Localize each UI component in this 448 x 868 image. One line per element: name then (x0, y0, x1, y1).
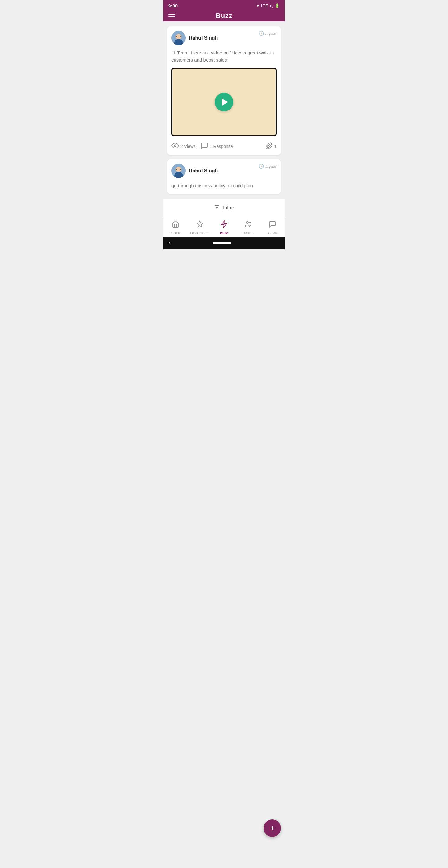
time-label-2: a year (265, 164, 277, 169)
play-button[interactable] (215, 93, 233, 112)
avatar-1 (171, 31, 186, 45)
responses-stat: 1 Response (201, 142, 233, 151)
svg-marker-5 (221, 221, 227, 227)
filter-bar[interactable]: Filter (163, 199, 285, 217)
nav-item-buzz[interactable]: Buzz (212, 217, 236, 237)
svg-marker-4 (197, 221, 203, 227)
nav-item-leaderboard[interactable]: Leaderboard (188, 217, 212, 237)
video-player[interactable] (171, 68, 277, 136)
nav-item-teams[interactable]: Teams (236, 217, 260, 237)
avatar-body (174, 39, 183, 45)
home-indicator (213, 242, 231, 244)
clock-icon-2: 🕐 (259, 164, 264, 169)
avatar-glasses-2 (177, 169, 181, 170)
svg-point-7 (250, 222, 251, 223)
hamburger-menu[interactable] (168, 14, 175, 17)
attachment-count: 1 (274, 144, 277, 149)
leaderboard-icon (196, 220, 203, 230)
responses-count: 1 Response (210, 144, 233, 149)
avatar-body-2 (174, 172, 183, 178)
post-header-1: Rahul Singh 🕐 a year (171, 31, 277, 45)
nav-label-buzz: Buzz (220, 231, 228, 235)
svg-point-6 (247, 222, 248, 223)
status-icons: ▼ LTE 🄁 🔋 (256, 3, 280, 8)
nav-label-teams: Teams (243, 231, 253, 235)
chats-icon (269, 220, 276, 230)
paperclip-icon (265, 142, 273, 151)
post-card-1: Rahul Singh 🕐 a year Hi Team, Here is a … (167, 27, 281, 155)
signal-icon: 🄁 (269, 3, 274, 8)
lte-label: LTE (261, 3, 268, 8)
eye-icon (171, 142, 179, 151)
filter-label: Filter (223, 205, 234, 211)
bottom-nav: Home Leaderboard Buzz Teams (163, 217, 285, 237)
home-icon (172, 220, 179, 230)
attachment-stat: 1 (265, 142, 277, 151)
post-card-2: Rahul Singh 🕐 a year go through this new… (167, 159, 281, 194)
svg-point-0 (174, 145, 176, 147)
avatar-2 (171, 164, 186, 178)
buzz-icon (220, 220, 228, 230)
home-bar: ‹ (163, 237, 285, 249)
author-name-2: Rahul Singh (189, 168, 218, 174)
status-bar: 9:00 ▼ LTE 🄁 🔋 (163, 0, 285, 11)
time-label-1: a year (265, 31, 277, 36)
nav-label-chats: Chats (268, 231, 277, 235)
views-stat: 2 Views (171, 142, 196, 151)
status-time: 9:00 (168, 3, 178, 8)
post-author-2: Rahul Singh (171, 164, 218, 178)
post-footer-1: 2 Views 1 Response 1 (171, 141, 277, 151)
teams-icon (245, 220, 252, 230)
nav-item-chats[interactable]: Chats (260, 217, 285, 237)
comment-icon (201, 142, 208, 151)
nav-label-leaderboard: Leaderboard (190, 231, 210, 235)
post-text-1: Hi Team, Here is a video on "How to gree… (171, 50, 277, 63)
post-text-2: go through this new policy on child plan (171, 182, 277, 189)
post-time-1: 🕐 a year (259, 31, 277, 36)
nav-item-home[interactable]: Home (163, 217, 188, 237)
post-time-2: 🕐 a year (259, 164, 277, 169)
play-triangle-icon (222, 98, 228, 106)
filter-icon (214, 204, 220, 212)
nav-label-home: Home (171, 231, 180, 235)
clock-icon-1: 🕐 (259, 31, 264, 36)
avatar-glasses (177, 36, 181, 37)
post-author-1: Rahul Singh (171, 31, 218, 45)
main-content: Rahul Singh 🕐 a year Hi Team, Here is a … (163, 22, 285, 199)
views-count: 2 Views (181, 144, 196, 149)
wifi-icon: ▼ (256, 3, 260, 8)
avatar-figure-1 (174, 33, 183, 45)
page-title: Buzz (216, 12, 232, 20)
back-arrow-icon[interactable]: ‹ (168, 240, 170, 246)
top-nav: Buzz (163, 11, 285, 22)
post-header-2: Rahul Singh 🕐 a year (171, 164, 277, 178)
author-name-1: Rahul Singh (189, 35, 218, 41)
battery-icon: 🔋 (275, 3, 280, 8)
avatar-figure-2 (174, 166, 183, 178)
